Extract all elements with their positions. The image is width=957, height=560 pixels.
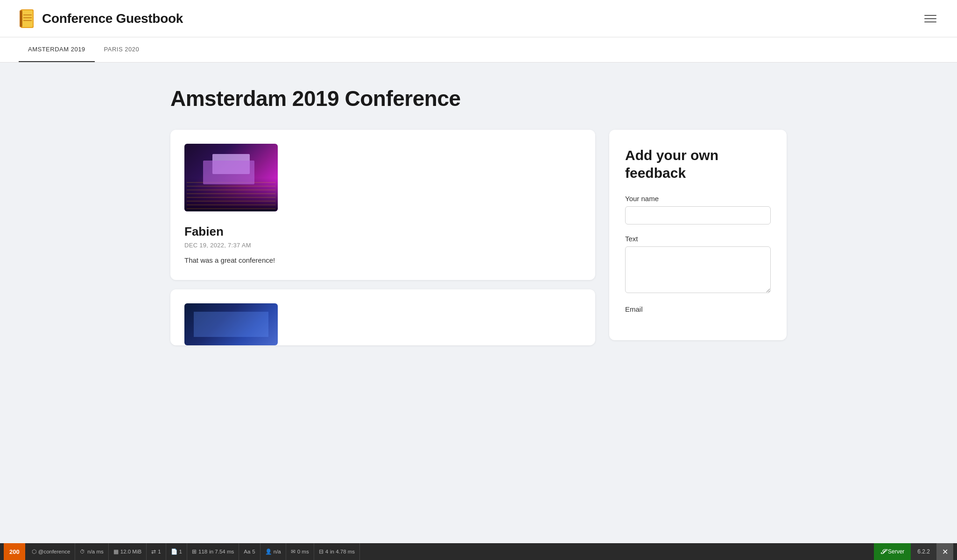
main-content: Amsterdam 2019 Conference Fabien DEC 19,… bbox=[152, 63, 805, 369]
font-status: Aa 5 bbox=[239, 543, 260, 560]
content-layout: Fabien DEC 19, 2022, 7:37 AM That was a … bbox=[170, 130, 787, 345]
version-value: 6.2.2 bbox=[917, 548, 930, 555]
text-form-group: Text bbox=[625, 235, 771, 295]
time-icon: ⏱ bbox=[80, 549, 85, 554]
symfony-label: Server bbox=[888, 548, 904, 555]
events-icon: ⇄ bbox=[151, 548, 156, 555]
mail-status: ✉ 0 ms bbox=[286, 543, 314, 560]
memory-icon: ▦ bbox=[113, 548, 119, 555]
name-input[interactable] bbox=[625, 206, 771, 224]
files-count: 1 bbox=[179, 549, 182, 554]
layers-icon: ⊞ bbox=[192, 548, 197, 555]
mail-icon: ✉ bbox=[291, 548, 296, 555]
entry-image-2 bbox=[184, 303, 278, 345]
conference-photo bbox=[184, 144, 278, 211]
db-count: 4 bbox=[325, 549, 328, 554]
symfony-badge: 𝒮 Server bbox=[874, 543, 911, 560]
version-badge: 6.2.2 bbox=[911, 543, 936, 560]
layers-count: 118 bbox=[198, 549, 207, 554]
status-bar-close-button[interactable]: ✕ bbox=[936, 543, 953, 560]
nav-item-paris-2020[interactable]: PARIS 2020 bbox=[95, 37, 149, 62]
events-status: ⇄ 1 bbox=[147, 543, 166, 560]
entry-card: Fabien DEC 19, 2022, 7:37 AM That was a … bbox=[170, 130, 595, 280]
memory-status: ▦ 12.0 MiB bbox=[109, 543, 147, 560]
db-status: ⊟ 4 in 4.78 ms bbox=[314, 543, 360, 560]
files-icon: 📄 bbox=[171, 548, 177, 555]
name-label: Your name bbox=[625, 195, 771, 203]
user-label: n/a bbox=[274, 549, 281, 554]
route-icon: ⬡ bbox=[32, 548, 36, 555]
user-status: 👤 n/a bbox=[260, 543, 286, 560]
entry-text: That was a great conference! bbox=[184, 255, 581, 266]
svg-rect-3 bbox=[21, 11, 21, 26]
events-count: 1 bbox=[158, 549, 161, 554]
app-header: Conference Guestbook bbox=[0, 0, 957, 37]
sidebar-column: Add your own feedback Your name Text Ema… bbox=[609, 130, 787, 340]
entry-image bbox=[184, 144, 278, 211]
nav-item-amsterdam-2019[interactable]: AMSTERDAM 2019 bbox=[19, 37, 95, 62]
entries-column: Fabien DEC 19, 2022, 7:37 AM That was a … bbox=[170, 130, 595, 345]
route-value: @conference bbox=[38, 549, 70, 554]
text-label: Text bbox=[625, 235, 771, 243]
feedback-card: Add your own feedback Your name Text Ema… bbox=[609, 130, 787, 340]
layers-status: ⊞ 118 in 7.54 ms bbox=[187, 543, 239, 560]
email-form-group: Email bbox=[625, 305, 771, 313]
user-icon: 👤 bbox=[265, 548, 272, 555]
entry-card-partial bbox=[170, 289, 595, 345]
conference-nav: AMSTERDAM 2019 PARIS 2020 bbox=[0, 37, 957, 63]
mail-count: 0 ms bbox=[297, 549, 309, 554]
route-status: ⬡ @conference bbox=[27, 543, 76, 560]
status-bar: 200 ⬡ @conference ⏱ n/a ms ▦ 12.0 MiB ⇄ … bbox=[0, 543, 957, 560]
db-ms: in 4.78 ms bbox=[330, 549, 355, 554]
hamburger-menu-button[interactable] bbox=[922, 13, 938, 24]
font-count: 5 bbox=[252, 549, 255, 554]
app-title: Conference Guestbook bbox=[42, 11, 183, 26]
entry-date: DEC 19, 2022, 7:37 AM bbox=[184, 242, 581, 249]
font-icon: Aa bbox=[244, 549, 250, 554]
symfony-icon: 𝒮 bbox=[880, 548, 885, 556]
time-value: n/a ms bbox=[87, 549, 104, 554]
text-textarea[interactable] bbox=[625, 246, 771, 293]
email-label: Email bbox=[625, 305, 771, 313]
files-status: 📄 1 bbox=[166, 543, 187, 560]
time-status: ⏱ n/a ms bbox=[75, 543, 109, 560]
http-status-badge: 200 bbox=[4, 543, 25, 560]
db-icon: ⊟ bbox=[319, 548, 324, 555]
header-brand: Conference Guestbook bbox=[19, 8, 183, 29]
feedback-title: Add your own feedback bbox=[625, 147, 771, 182]
app-logo-icon bbox=[19, 8, 35, 29]
entry-author: Fabien bbox=[184, 224, 581, 239]
page-title: Amsterdam 2019 Conference bbox=[170, 86, 787, 111]
name-form-group: Your name bbox=[625, 195, 771, 224]
layers-ms: in 7.54 ms bbox=[209, 549, 234, 554]
svg-rect-1 bbox=[21, 10, 33, 27]
memory-value: 12.0 MiB bbox=[120, 549, 141, 554]
